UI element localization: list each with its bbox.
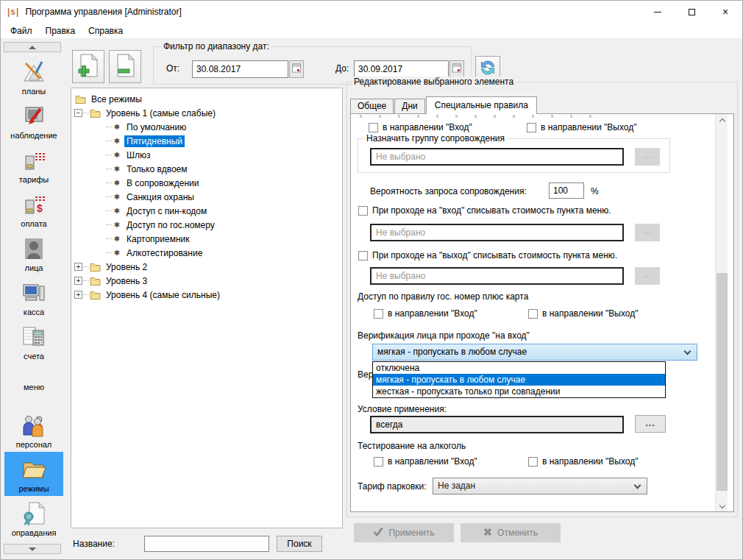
menu-item-file[interactable]: Файл bbox=[4, 24, 39, 38]
tree-row[interactable]: Все режимы bbox=[71, 92, 342, 106]
tree-row[interactable]: +Уровень 2 bbox=[71, 260, 342, 274]
sidebar-item-label: персонал bbox=[16, 440, 52, 449]
sidebar-item-personal[interactable]: персонал bbox=[4, 408, 63, 452]
menu-cost-in-browse-button[interactable]: ... bbox=[635, 224, 660, 241]
tree-row[interactable]: +Уровень 4 (самые сильные) bbox=[71, 288, 342, 302]
modes-tree: Все режимы−Уровень 1 (самые слабые)✱По у… bbox=[71, 88, 343, 528]
tree-expander[interactable]: + bbox=[74, 277, 82, 285]
modes-folder-icon bbox=[20, 456, 48, 483]
tab-spetsialnye-pravila[interactable]: Специальные правила bbox=[426, 96, 537, 114]
tree-expander[interactable]: + bbox=[74, 263, 82, 271]
parking-tariff-combobox[interactable]: Не задан bbox=[433, 478, 647, 495]
maximize-button[interactable] bbox=[675, 1, 708, 23]
tree-expander[interactable]: − bbox=[74, 109, 82, 117]
tree-row[interactable]: ✱Санкция охраны bbox=[71, 190, 342, 204]
tree-row[interactable]: ✱Пятидневный bbox=[71, 134, 342, 148]
calendar-icon bbox=[292, 63, 301, 75]
menu-cost-out-checkbox[interactable] bbox=[358, 251, 368, 260]
sidebar-item-nablyudenie[interactable]: наблюдение bbox=[4, 99, 63, 143]
sidebar-item-menyu[interactable]: меню bbox=[4, 364, 63, 408]
escort-group-field[interactable]: Не выбрано bbox=[370, 148, 624, 166]
tree-expander[interactable]: + bbox=[74, 291, 82, 299]
cancel-button[interactable]: Отменить bbox=[461, 523, 561, 542]
tree-row[interactable]: ✱Картоприемник bbox=[71, 232, 342, 246]
mode-icon: ✱ bbox=[113, 249, 121, 257]
tree-row[interactable]: ✱По умолчанию bbox=[71, 120, 342, 134]
tree-row[interactable]: ✱В сопровождении bbox=[71, 176, 342, 190]
alcohol-in-option: в направлении "Вход" bbox=[374, 456, 477, 467]
tree-row[interactable]: ✱Шлюз bbox=[71, 148, 342, 162]
date-from-calendar-button[interactable] bbox=[289, 60, 304, 78]
menu-item-help[interactable]: Справка bbox=[82, 24, 129, 38]
sidebar-item-tarify[interactable]: тарифы bbox=[4, 143, 63, 187]
sidebar-item-plany[interactable]: планы bbox=[4, 54, 63, 99]
vertical-scrollbar[interactable] bbox=[715, 114, 728, 512]
sidebar-item-kassa[interactable]: касса bbox=[4, 275, 63, 319]
sidebar-item-label: лица bbox=[25, 263, 43, 272]
scroll-up-arrow[interactable] bbox=[716, 114, 728, 127]
apply-button[interactable]: Применить bbox=[354, 523, 454, 542]
remove-item-button[interactable] bbox=[109, 50, 141, 83]
tree-label: Доступ с пин-кодом bbox=[124, 205, 209, 217]
dropdown-option[interactable]: жесткая - пропускать только при совпаден… bbox=[373, 386, 665, 397]
sidebar-item-oplata[interactable]: $оплата bbox=[4, 187, 63, 231]
date-from-input[interactable] bbox=[192, 60, 288, 78]
tree-label: Пятидневный bbox=[124, 135, 185, 147]
menu-cost-in-checkbox[interactable] bbox=[358, 206, 368, 216]
add-item-button[interactable] bbox=[72, 50, 104, 83]
sidebar-item-opravdaniya[interactable]: оправдания bbox=[4, 496, 63, 540]
gov-rule-in-checkbox[interactable] bbox=[374, 309, 383, 319]
arrow-down-icon bbox=[29, 547, 36, 551]
sidebar-item-rezhimy[interactable]: режимы bbox=[4, 452, 63, 496]
sidebar-scroll-down-button[interactable] bbox=[4, 544, 61, 554]
tab-dni[interactable]: Дни bbox=[394, 99, 424, 113]
dropdown-option[interactable]: отключена bbox=[373, 362, 665, 374]
tab-obschee[interactable]: Общее bbox=[350, 99, 394, 113]
tree-row[interactable]: ✱Алкотестирование bbox=[71, 246, 342, 260]
tree-row[interactable]: ✱Доступ по гос.номеру bbox=[71, 218, 342, 232]
sidebar-scroll-up-button[interactable] bbox=[4, 42, 61, 52]
chevron-down-icon bbox=[684, 348, 692, 355]
menu-cost-out-field[interactable]: Не выбрано bbox=[370, 267, 624, 285]
tab-strip: ОбщееДниСпециальные правила bbox=[350, 96, 538, 113]
face-verification-combobox[interactable]: мягкая - пропускать в любом случае bbox=[372, 344, 697, 361]
condition-browse-button[interactable]: ... bbox=[635, 415, 666, 433]
maximize-icon bbox=[689, 9, 695, 15]
tree-label: Картоприемник bbox=[124, 233, 192, 245]
sidebar-item-scheta[interactable]: счета bbox=[4, 319, 63, 364]
tree-label: Шлюз bbox=[124, 149, 153, 161]
tree-connector bbox=[83, 113, 89, 113]
sidebar-item-label: оплата bbox=[21, 219, 46, 228]
date-to-input[interactable] bbox=[354, 60, 449, 78]
sidebar-item-litsa[interactable]: лица bbox=[4, 231, 63, 275]
escort-group-browse-button[interactable]: ... bbox=[635, 148, 660, 166]
folder-icon bbox=[90, 262, 101, 272]
search-input[interactable] bbox=[144, 536, 269, 552]
payment-icon: $ bbox=[21, 191, 47, 218]
direction-in-checkbox[interactable] bbox=[369, 123, 378, 132]
tree-label: Уровень 1 (самые слабые) bbox=[104, 107, 218, 119]
alcohol-out-checkbox[interactable] bbox=[528, 457, 538, 467]
search-button[interactable]: Поиск bbox=[277, 536, 322, 552]
tree-row[interactable]: ✱Доступ с пин-кодом bbox=[71, 204, 342, 218]
probability-input[interactable] bbox=[549, 182, 584, 199]
condition-field[interactable]: всегда bbox=[370, 416, 624, 433]
scroll-down-arrow[interactable] bbox=[716, 500, 728, 512]
tree-row[interactable]: +Уровень 3 bbox=[71, 274, 342, 288]
alcohol-in-checkbox[interactable] bbox=[374, 457, 383, 467]
gov-rule-out-checkbox[interactable] bbox=[528, 309, 538, 319]
close-button[interactable]: × bbox=[708, 1, 742, 23]
tree-row[interactable]: −Уровень 1 (самые слабые) bbox=[71, 106, 342, 120]
menu-cost-in-field[interactable]: Не выбрано bbox=[370, 224, 624, 241]
checkbox-label: При проходе на "вход" списывать стоимост… bbox=[372, 205, 611, 216]
menu-cost-out-browse-button[interactable]: ... bbox=[635, 267, 660, 285]
direction-out-checkbox[interactable] bbox=[527, 123, 536, 132]
menu-item-edit[interactable]: Правка bbox=[39, 24, 82, 38]
folder-icon bbox=[90, 108, 101, 118]
sidebar-item-label: счета bbox=[24, 352, 44, 361]
minimize-button[interactable] bbox=[641, 1, 675, 23]
scrollbar-thumb[interactable] bbox=[717, 273, 728, 491]
tree-row[interactable]: ✱Только вдвоем bbox=[71, 162, 342, 176]
date-to-calendar-button[interactable] bbox=[449, 60, 464, 78]
dropdown-option[interactable]: мягкая - пропускать в любом случае bbox=[373, 374, 665, 386]
